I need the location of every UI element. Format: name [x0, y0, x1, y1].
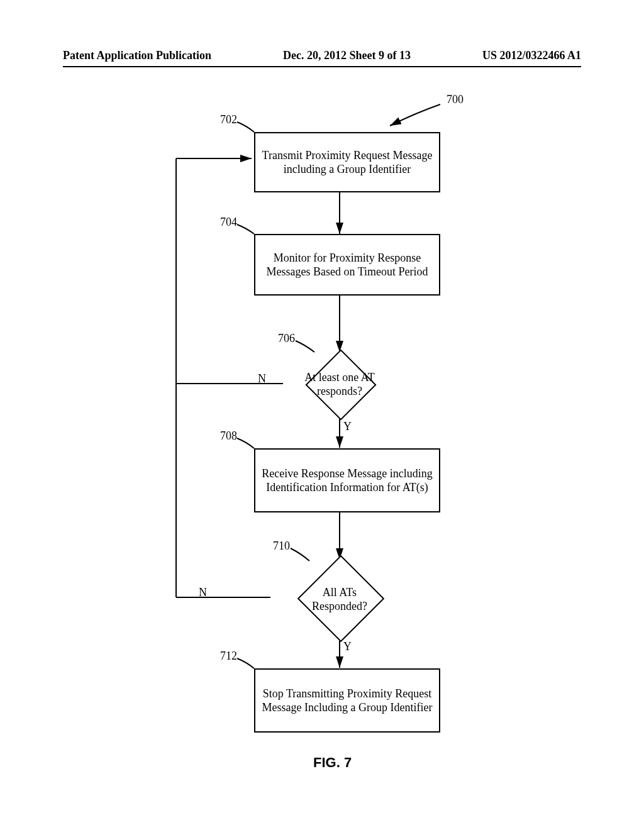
header-center: Dec. 20, 2012 Sheet 9 of 13 — [283, 49, 411, 62]
box-704-text: Monitor for Proximity Response Messages … — [262, 251, 433, 279]
box-712: Stop Transmitting Proximity Request Mess… — [254, 668, 440, 733]
box-708-text: Receive Response Message including Ident… — [262, 467, 433, 495]
figure-label: FIG. 7 — [313, 755, 352, 771]
label-706-n: N — [258, 372, 266, 385]
ref-704: 704 — [220, 216, 237, 229]
box-702-text: Transmit Proximity Request Message inclu… — [262, 148, 433, 177]
box-712-text: Stop Transmitting Proximity Request Mess… — [262, 687, 433, 715]
header-left: Patent Application Publication — [63, 49, 211, 62]
page-header: Patent Application Publication Dec. 20, … — [63, 49, 581, 67]
label-710-y: Y — [343, 640, 352, 653]
ref-710: 710 — [273, 540, 290, 553]
ref-712: 712 — [220, 650, 237, 663]
ref-700: 700 — [447, 93, 464, 106]
box-708: Receive Response Message including Ident… — [254, 448, 440, 512]
box-702: Transmit Proximity Request Message inclu… — [254, 132, 440, 192]
label-710-n: N — [199, 586, 207, 599]
ref-708: 708 — [220, 429, 237, 443]
box-704: Monitor for Proximity Response Messages … — [254, 234, 440, 296]
label-706-y: Y — [343, 420, 352, 433]
ref-706: 706 — [278, 332, 295, 345]
ref-702: 702 — [220, 113, 237, 126]
flowchart: 700 702 Transmit Proximity Request Messa… — [0, 88, 644, 830]
page: Patent Application Publication Dec. 20, … — [0, 0, 644, 830]
header-right: US 2012/0322466 A1 — [482, 49, 581, 62]
